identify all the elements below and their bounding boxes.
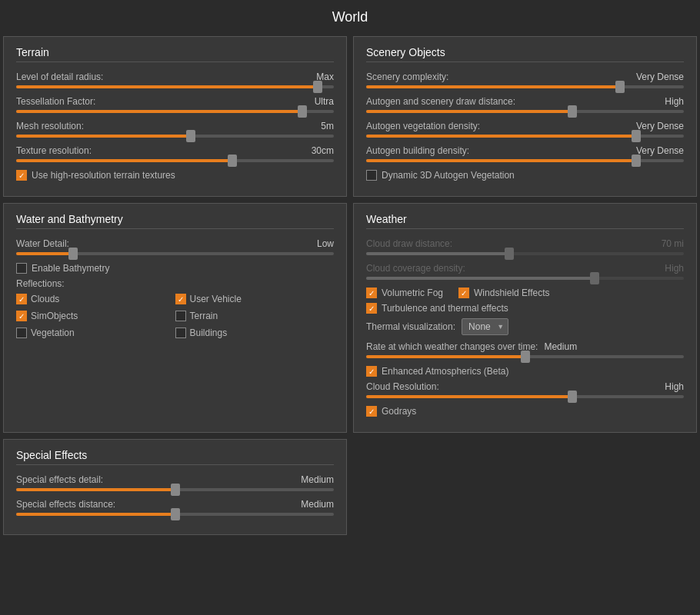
autogen-dist-container: Autogen and scenery draw distance: High [366,96,684,113]
cloud-res-fill [366,395,572,398]
user-vehicle-item: User Vehicle [175,294,335,304]
terrain-reflection-label: Terrain [190,311,218,321]
weather-change-thumb[interactable] [521,351,530,363]
clouds-item: Clouds [16,294,175,304]
clouds-checkbox[interactable] [16,294,27,304]
terrain-title: Terrain [16,46,334,62]
cloud-draw-value: 70 mi [662,238,684,249]
cloud-res-value: High [665,381,684,392]
cloud-res-container: Cloud Resolution: High [366,381,684,398]
enhanced-atm-checkbox[interactable] [366,366,377,377]
complexity-thumb[interactable] [615,81,625,93]
vegetation-checkbox[interactable] [16,327,27,338]
tex-value: 30cm [312,145,334,156]
mesh-thumb[interactable] [186,130,195,142]
bld-density-value: Very Dense [636,145,684,156]
reflections-grid: Clouds User Vehicle SimObjects Terrain V… [16,294,334,341]
vol-fog-label: Volumetric Fog [382,288,443,298]
godrays-checkbox[interactable] [366,406,377,417]
lod-fill [16,85,318,88]
clouds-label: Clouds [31,294,59,304]
autogen-dist-fill [366,110,572,113]
special-title: Special Effects [16,449,334,465]
autogen-dist-value: High [665,96,684,107]
hires-label: Use high-resolution terrain textures [32,170,175,181]
mesh-fill [16,135,191,138]
hires-checkbox-row: Use high-resolution terrain textures [16,170,334,181]
complexity-fill [366,85,620,88]
fx-dist-thumb[interactable] [171,508,180,520]
autogen-dist-thumb[interactable] [568,105,577,118]
lod-track[interactable] [16,85,334,88]
bathy-checkbox[interactable] [16,263,27,274]
water-detail-track[interactable] [16,252,334,255]
water-detail-thumb[interactable] [68,248,78,260]
weather-change-fill [366,355,525,358]
complexity-track[interactable] [366,85,684,88]
water-panel: Water and Bathymetry Water Detail: Low E… [3,203,347,433]
cloud-res-thumb[interactable] [568,391,577,403]
cloud-cov-value: High [665,263,684,274]
dynamic-veg-label: Dynamic 3D Autogen Vegetation [382,170,515,181]
user-vehicle-checkbox[interactable] [175,294,186,304]
weather-change-container [366,355,684,358]
vol-fog-checkbox[interactable] [366,288,377,298]
tess-thumb[interactable] [298,105,307,118]
tex-thumb[interactable] [228,155,237,167]
fx-dist-track[interactable] [16,513,334,516]
buildings-checkbox[interactable] [175,327,186,338]
fx-detail-track[interactable] [16,488,334,491]
complexity-label: Scenery complexity: [366,71,448,82]
windshield-row: Windshield Effects [458,288,550,298]
lod-label: Level of detail radius: [16,71,103,82]
dynamic-veg-row: Dynamic 3D Autogen Vegetation [366,170,684,181]
cloud-cov-track [366,277,684,280]
veg-density-thumb[interactable] [632,130,641,142]
terrain-panel: Terrain Level of detail radius: Max Tess… [3,36,347,197]
windshield-checkbox[interactable] [458,288,469,298]
simobjects-checkbox[interactable] [16,311,27,321]
reflections-label: Reflections: [16,278,334,289]
buildings-item: Buildings [175,327,335,338]
weather-change-label: Rate at which weather changes over time: [366,341,538,352]
water-detail-value: Low [317,238,334,249]
thermal-vis-select[interactable]: None On [462,318,508,335]
tex-slider-container: Texture resolution: 30cm [16,145,334,162]
tess-track[interactable] [16,110,334,113]
cloud-cov-container: Cloud coverage density: High [366,263,684,280]
godrays-label: Godrays [382,406,416,417]
turbulence-checkbox[interactable] [366,303,377,314]
weather-change-track[interactable] [366,355,684,358]
enhanced-atm-label: Enhanced Atmospherics (Beta) [382,366,508,377]
weather-title: Weather [366,213,684,229]
hires-checkbox[interactable] [16,170,27,181]
scenery-panel: Scenery Objects Scenery complexity: Very… [353,36,697,197]
mesh-label: Mesh resolution: [16,121,84,131]
simobjects-item: SimObjects [16,311,175,321]
cloud-res-track[interactable] [366,395,684,398]
water-detail-label: Water Detail: [16,238,69,249]
thermal-vis-select-wrapper[interactable]: None On [462,318,508,335]
terrain-reflection-checkbox[interactable] [175,311,186,321]
fx-detail-container: Special effects detail: Medium [16,474,334,491]
tex-track[interactable] [16,159,334,162]
fx-detail-thumb[interactable] [171,484,180,496]
bld-density-thumb[interactable] [632,155,641,167]
tex-fill [16,159,232,162]
cloud-cov-fill [366,277,595,280]
bathy-label: Enable Bathymetry [32,263,109,274]
dynamic-veg-checkbox[interactable] [366,170,377,181]
veg-density-track[interactable] [366,135,684,138]
bld-density-track[interactable] [366,159,684,162]
mesh-track[interactable] [16,135,334,138]
lod-thumb[interactable] [313,81,322,93]
fx-detail-value: Medium [301,474,334,485]
fx-detail-fill [16,488,175,491]
vegetation-label: Vegetation [31,327,75,338]
lod-slider-container: Level of detail radius: Max [16,71,334,88]
vol-fog-row: Volumetric Fog [366,288,443,298]
fx-dist-container: Special effects distance: Medium [16,499,334,516]
page-title: World [0,0,700,33]
veg-density-container: Autogen vegetation density: Very Dense [366,121,684,138]
autogen-dist-track[interactable] [366,110,684,113]
